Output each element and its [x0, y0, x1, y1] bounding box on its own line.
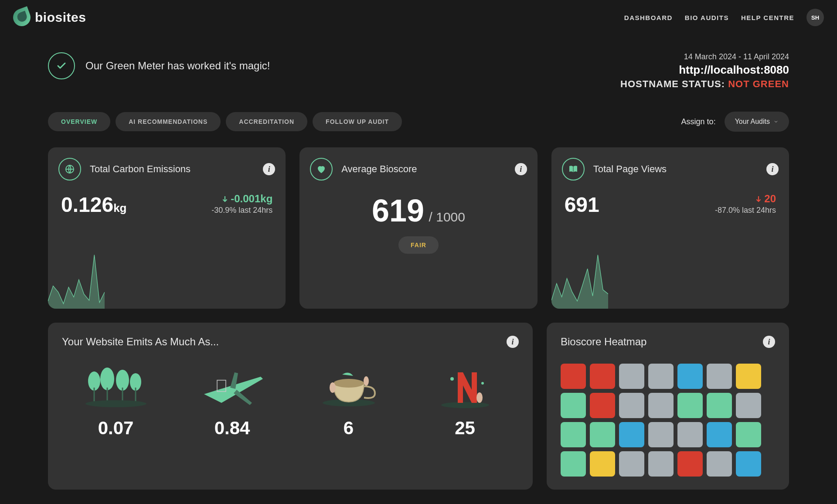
- heatmap-cell[interactable]: [736, 393, 761, 418]
- heatmap-cell[interactable]: [590, 364, 615, 389]
- emit-cell: 0.07: [62, 364, 170, 439]
- tab-overview[interactable]: OVERVIEW: [48, 112, 110, 131]
- emissions-change-value: -0.001kg: [231, 193, 272, 205]
- emit-cell: 0.84: [178, 364, 286, 439]
- card-bioscore: Average Bioscore i 619 / 1000 FAIR: [299, 147, 537, 309]
- tab-follow-up-audit[interactable]: FOLLOW UP AUDIT: [313, 112, 402, 131]
- heatmap-cell[interactable]: [677, 451, 703, 477]
- heatmap-cell[interactable]: [561, 422, 586, 447]
- globe-icon: [58, 158, 81, 180]
- svg-point-18: [441, 402, 489, 408]
- chevron-down-icon: [773, 119, 779, 124]
- heatmap-cell[interactable]: [590, 393, 615, 418]
- emissions-change-percent: -30.9% last 24hrs: [211, 206, 272, 215]
- bioscore-max: / 1000: [429, 210, 465, 224]
- bioscore-badge: FAIR: [398, 236, 439, 254]
- tab-ai-recommendations[interactable]: AI RECOMMENDATIONS: [116, 112, 221, 131]
- tea-illustration: [312, 364, 386, 412]
- emissions-title: Total Carbon Emissions: [90, 163, 191, 175]
- audits-dropdown-value: Your Audits: [735, 118, 770, 126]
- pageviews-change-percent: -87.0% last 24hrs: [715, 206, 776, 215]
- netflix-illustration: [428, 364, 502, 412]
- brand-name: biosites: [35, 10, 86, 25]
- host-url: http://localhost:8080: [620, 63, 789, 77]
- arrow-down-icon: [221, 195, 229, 203]
- svg-point-17: [364, 376, 369, 386]
- nav-bio-audits[interactable]: BIO AUDITS: [685, 14, 729, 21]
- heatmap-cell[interactable]: [677, 393, 703, 418]
- card-emits: Your Website Emits As Much As... i 0.070…: [48, 323, 533, 490]
- audits-dropdown[interactable]: Your Audits: [725, 112, 789, 132]
- banner-text: Our Green Meter has worked it's magic!: [85, 60, 270, 72]
- heatmap-cell[interactable]: [707, 451, 732, 477]
- leaf-icon: [10, 6, 33, 28]
- heatmap-cell[interactable]: [648, 451, 674, 477]
- emit-value: 0.07: [98, 418, 134, 439]
- heatmap-cell[interactable]: [736, 364, 761, 389]
- heatmap-cell[interactable]: [648, 364, 674, 389]
- emissions-unit: kg: [113, 201, 126, 215]
- svg-point-16: [330, 382, 336, 393]
- card-heatmap: Bioscore Heatmap i: [547, 323, 789, 490]
- pageviews-change: 20: [715, 193, 776, 205]
- info-icon[interactable]: i: [763, 336, 775, 348]
- heatmap-cell[interactable]: [677, 364, 703, 389]
- bioscore-title: Average Bioscore: [341, 163, 417, 175]
- svg-point-12: [85, 400, 146, 407]
- hostname-status-value: NOT GREEN: [728, 78, 789, 89]
- info-icon[interactable]: i: [766, 163, 779, 175]
- heatmap-cell[interactable]: [736, 451, 761, 477]
- tab-accreditation[interactable]: ACCREDITATION: [226, 112, 307, 131]
- heatmap-cell[interactable]: [619, 393, 644, 418]
- heatmap-cell[interactable]: [677, 422, 703, 447]
- svg-point-15: [333, 379, 364, 388]
- info-icon[interactable]: i: [507, 336, 519, 348]
- hostname-status-label: HOSTNAME STATUS:: [620, 78, 725, 89]
- heatmap-cell[interactable]: [648, 393, 674, 418]
- emits-row: 0.070.84625: [62, 364, 519, 439]
- svg-point-6: [116, 370, 129, 391]
- emit-cell: 6: [295, 364, 402, 439]
- bioscore-value: 619: [372, 193, 424, 228]
- heatmap-cell[interactable]: [561, 393, 586, 418]
- heatmap-grid: [561, 364, 775, 477]
- heatmap-cell[interactable]: [561, 451, 586, 477]
- heatmap-cell[interactable]: [707, 393, 732, 418]
- pageviews-sparkline: [551, 252, 608, 309]
- heatmap-cell[interactable]: [619, 422, 644, 447]
- svg-point-5: [100, 368, 114, 390]
- trees-illustration: [79, 364, 153, 412]
- heatmap-cell[interactable]: [590, 422, 615, 447]
- logo[interactable]: biosites: [13, 9, 86, 26]
- hostname-status: HOSTNAME STATUS: NOT GREEN: [620, 78, 789, 90]
- svg-point-20: [481, 382, 484, 385]
- heatmap-cell[interactable]: [707, 364, 732, 389]
- emissions-sparkline: [48, 252, 105, 309]
- heatmap-title: Bioscore Heatmap: [561, 336, 646, 348]
- heatmap-cell[interactable]: [619, 364, 644, 389]
- heatmap-cell[interactable]: [590, 451, 615, 477]
- banner: Our Green Meter has worked it's magic!: [48, 52, 270, 79]
- pageviews-change-value: 20: [764, 193, 776, 205]
- svg-point-21: [476, 392, 483, 403]
- heart-icon: [310, 158, 333, 180]
- heatmap-cell[interactable]: [707, 422, 732, 447]
- card-emissions: Total Carbon Emissions i 0.126kg -0.001k…: [48, 147, 286, 309]
- arrow-down-icon: [755, 195, 762, 203]
- nav-help-centre[interactable]: HELP CENTRE: [741, 14, 794, 21]
- heatmap-cell[interactable]: [561, 364, 586, 389]
- assign-to-label: Assign to:: [681, 117, 716, 126]
- heatmap-cell[interactable]: [736, 422, 761, 447]
- emit-value: 0.84: [214, 418, 250, 439]
- heatmap-cell[interactable]: [648, 422, 674, 447]
- emissions-change: -0.001kg: [211, 193, 272, 205]
- emissions-value: 0.126: [61, 193, 113, 216]
- pageviews-title: Total Page Views: [593, 163, 667, 175]
- emit-value: 6: [344, 418, 354, 439]
- avatar[interactable]: SH: [806, 9, 824, 26]
- nav-dashboard[interactable]: DASHBOARD: [624, 14, 673, 21]
- heatmap-cell[interactable]: [619, 451, 644, 477]
- info-icon[interactable]: i: [515, 163, 527, 175]
- plane-illustration: [195, 364, 269, 412]
- info-icon[interactable]: i: [263, 163, 275, 175]
